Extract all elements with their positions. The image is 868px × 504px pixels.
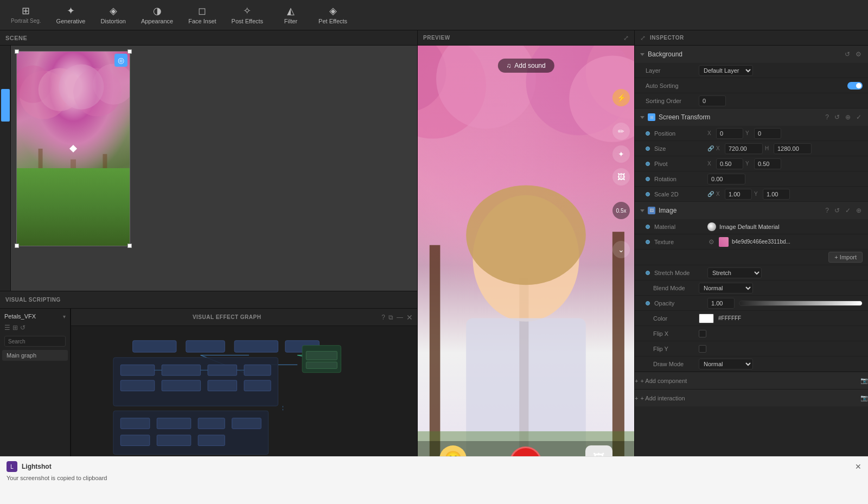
material-label: Material [654,224,703,230]
vfx-graph-label: Main graph [7,352,36,359]
inspector-expand-icon[interactable]: ⤢ [640,34,646,42]
size-label: Size [654,145,703,152]
vfx-copy-icon[interactable]: ⧉ [388,314,393,321]
layer-dropdown[interactable]: Default Layer [699,65,753,76]
vfx-main-graph-item[interactable]: Main graph [2,350,68,361]
toolbar-item-face-inset[interactable]: ◻ Face Inset [182,4,222,27]
flip-y-checkbox[interactable] [699,345,706,353]
auto-sorting-toggle[interactable] [847,82,863,90]
scene-sidebar-btn[interactable] [1,89,10,122]
background-section-header[interactable]: Background ↺ ⚙ [635,46,868,63]
scale2d-x-input[interactable] [725,189,752,200]
image-add-icon[interactable]: ⊕ [855,206,863,215]
canvas-handle-bl[interactable] [15,244,19,248]
opacity-bar[interactable] [739,301,863,306]
lightshot-close-button[interactable]: ✕ [855,462,861,471]
screen-transform-header[interactable]: ⊞ Screen Transform ? ↺ ⊕ ✓ [635,109,868,126]
svg-rect-22 [162,365,200,375]
sorting-order-input[interactable] [699,95,726,106]
background-refresh-icon[interactable]: ↺ [844,49,851,59]
pivot-y-input[interactable] [754,158,781,169]
image-section-header[interactable]: 🖼 Image ? ↺ ✓ ⊕ [635,202,868,219]
rotation-input[interactable] [707,174,745,184]
lightshot-message: Your screenshot is copied to clipboard [7,474,861,482]
toolbar-item-appearance[interactable]: ◑ Appearance [135,4,180,27]
texture-label: Texture [654,239,703,245]
vs-title: VISUAL SCRIPTING [5,297,61,303]
opacity-input[interactable] [707,298,735,309]
toolbar-item-pet-effects[interactable]: ◈ Pet Effects [312,4,354,27]
scale2d-y-input[interactable] [763,189,790,200]
position-dot-icon [646,131,650,136]
add-component-button[interactable]: + + Add component 📷 [635,372,868,389]
size-link-icon[interactable]: 🔗 [707,145,714,151]
stretch-mode-dot-icon [646,271,650,275]
canvas-handle-tr[interactable] [127,49,132,54]
preview-expand-icon[interactable]: ⤢ [623,34,629,42]
sparkle-button[interactable]: ✦ [612,145,630,163]
screen-transform-title: Screen Transform [659,113,821,121]
visual-scripting-panel: VISUAL SCRIPTING Petals_VFX ▾ ☰ ⊞ ↺ [0,291,417,462]
size-x-input[interactable] [725,143,763,154]
screen-transform-check-icon[interactable]: ✓ [855,112,863,122]
canvas-handle-br[interactable] [127,244,132,248]
add-component-label: + Add component [640,378,687,384]
pet-effects-icon: ◈ [329,6,337,16]
opacity-dot-icon [646,301,650,305]
image-chevron-icon [640,209,644,212]
toolbar-item-distortion[interactable]: ◈ Distortion [94,4,132,27]
brush-button[interactable]: ✏ [612,123,630,140]
image-help-icon[interactable]: ? [824,206,830,215]
screen-transform-settings-icon[interactable]: ⊕ [844,112,852,122]
grid-icon[interactable]: ⊞ [12,324,18,331]
chevron-down-preview-btn[interactable]: ⌄ [612,241,630,258]
canvas-image-container[interactable]: ◎ [16,51,130,246]
toolbar-label-distortion: Distortion [100,18,125,24]
scale2d-link-icon[interactable]: 🔗 [707,191,714,197]
draw-mode-dropdown[interactable]: Normal [699,359,753,369]
canvas-handle-tl[interactable] [15,49,19,54]
flip-x-checkbox[interactable] [699,330,706,337]
canvas-overlay-icon[interactable]: ◎ [114,54,127,67]
image-check-icon[interactable]: ✓ [844,206,852,215]
pivot-x-input[interactable] [716,158,743,169]
blend-mode-dropdown[interactable]: Normal [699,283,753,294]
texture-settings-icon[interactable]: ⚙ [707,237,716,247]
vfx-close-icon[interactable]: ✕ [406,313,413,322]
toolbar-item-filter[interactable]: ◭ Filter [272,4,310,27]
toolbar-item-post-effects[interactable]: ✧ Post Effects [225,4,270,27]
position-y-input[interactable] [754,128,781,139]
refresh-graph-icon[interactable]: ↺ [20,324,25,331]
post-effects-icon: ✧ [243,6,251,16]
vfx-minimize-icon[interactable]: — [397,314,403,321]
position-row: Position X Y [635,126,868,141]
vfx-help-icon[interactable]: ? [381,314,385,321]
position-y-label: Y [745,130,752,136]
screen-transform-help-icon[interactable]: ? [824,112,830,122]
vfx-expand-icon[interactable]: ▾ [63,314,66,320]
toolbar-item-portrait-seg[interactable]: ⊞ Portrait Seg. [4,4,48,26]
list-icon[interactable]: ☰ [4,324,10,331]
zoom-btn[interactable]: 0.5x [612,202,630,219]
toolbar-item-generative[interactable]: ✦ Generative [50,4,92,27]
image-refresh-icon[interactable]: ↺ [833,206,841,215]
background-settings-icon[interactable]: ⚙ [854,49,863,59]
photo-button[interactable]: 🖼 [612,168,630,186]
lightning-button[interactable]: ⚡ [612,89,630,106]
stretch-mode-dropdown[interactable]: Stretch [707,267,762,278]
color-swatch[interactable] [699,314,714,323]
size-row: Size 🔗 X H [635,141,868,156]
position-x-input[interactable] [716,128,743,139]
photo-icon: 📷 [860,394,868,401]
size-y-input[interactable] [774,143,812,154]
screen-transform-refresh-icon[interactable]: ↺ [833,112,841,122]
preview-controls-right: ⚡ ✏ ✦ 🖼 0.5x ⌄ [612,89,630,258]
scene-sidebar-left [0,46,11,291]
import-button[interactable]: + Import [828,252,863,263]
add-sound-preview-button[interactable]: ♫ Add sound [497,59,554,73]
distortion-icon: ◈ [110,6,117,16]
vfx-search-input[interactable] [4,336,66,347]
layer-label: Layer [646,67,694,74]
add-interaction-button[interactable]: + + Add interaction 📷 [635,389,868,406]
layer-row: Layer Default Layer [635,63,868,78]
